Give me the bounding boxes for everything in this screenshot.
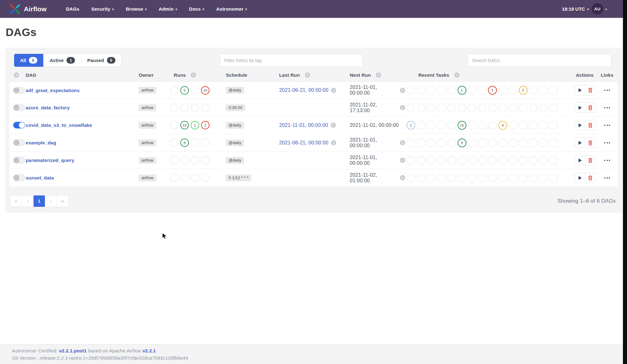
- dag-link[interactable]: covid_data_s3_to_snowflake: [26, 122, 92, 128]
- nav-item-browse[interactable]: Browse▾: [126, 6, 147, 12]
- info-icon[interactable]: i: [331, 122, 336, 128]
- recent-task-circle[interactable]: [468, 86, 476, 95]
- nav-item-docs[interactable]: Docs▾: [189, 6, 205, 12]
- recent-task-circle[interactable]: [447, 174, 456, 182]
- nav-item-astronomer[interactable]: Astronomer▾: [216, 6, 247, 12]
- dag-link[interactable]: paramaterized_query: [26, 158, 74, 163]
- recent-task-circle[interactable]: [478, 121, 487, 130]
- dag-pause-toggle[interactable]: [13, 174, 25, 181]
- trigger-dag-button[interactable]: [575, 86, 585, 95]
- recent-task-circle[interactable]: [437, 138, 446, 147]
- recent-task-circle[interactable]: 4: [498, 121, 507, 130]
- recent-task-circle[interactable]: [437, 156, 446, 165]
- run-state-circle[interactable]: [201, 156, 210, 164]
- search-input[interactable]: [468, 54, 611, 67]
- recent-task-circle[interactable]: [508, 86, 517, 95]
- run-state-circle[interactable]: [201, 138, 210, 147]
- timezone-dropdown[interactable]: 18:19 UTC ▾: [562, 6, 589, 12]
- last-run-link[interactable]: 2021-11-01, 00:00:00: [279, 122, 328, 128]
- info-icon[interactable]: i: [400, 88, 405, 93]
- run-state-circle[interactable]: 15: [180, 121, 189, 129]
- recent-task-circle[interactable]: [406, 138, 415, 147]
- tab-paused[interactable]: Paused5: [81, 54, 121, 67]
- last-page-button[interactable]: »: [57, 195, 68, 207]
- recent-task-circle[interactable]: [498, 86, 507, 95]
- dag-link[interactable]: sunset_data: [26, 175, 54, 180]
- tag-filter-input[interactable]: [220, 54, 363, 67]
- next-page-button[interactable]: ›: [45, 195, 57, 207]
- recent-task-circle[interactable]: [427, 174, 436, 182]
- recent-task-circle[interactable]: [417, 156, 426, 165]
- run-state-circle[interactable]: [191, 174, 199, 182]
- recent-task-circle[interactable]: [417, 121, 426, 130]
- run-state-circle[interactable]: 1: [191, 121, 199, 129]
- recent-task-circle[interactable]: 1: [488, 86, 497, 95]
- dag-link[interactable]: adf_great_expectations: [26, 88, 80, 93]
- info-icon[interactable]: i: [454, 72, 460, 78]
- recent-task-circle[interactable]: [468, 121, 476, 130]
- recent-task-circle[interactable]: [447, 138, 456, 147]
- recent-task-circle[interactable]: [447, 86, 456, 95]
- schedule-badge[interactable]: 0:30:00: [226, 104, 245, 111]
- run-state-circle[interactable]: [170, 86, 178, 95]
- run-state-circle[interactable]: [170, 103, 178, 112]
- recent-task-circle[interactable]: [417, 86, 426, 95]
- dag-links-button[interactable]: [603, 123, 611, 128]
- recent-task-circle[interactable]: [549, 156, 558, 165]
- trigger-dag-button[interactable]: [575, 155, 585, 165]
- recent-task-circle[interactable]: [519, 121, 528, 130]
- run-state-circle[interactable]: [170, 138, 178, 147]
- recent-task-circle[interactable]: [478, 156, 487, 165]
- recent-task-circle[interactable]: [529, 121, 538, 130]
- recent-task-circle[interactable]: [549, 86, 558, 95]
- recent-task-circle[interactable]: [417, 103, 426, 112]
- dag-links-button[interactable]: [603, 175, 611, 180]
- run-state-circle[interactable]: [191, 103, 199, 112]
- recent-task-circle[interactable]: [488, 174, 497, 182]
- run-state-circle[interactable]: [170, 156, 178, 164]
- recent-task-circle[interactable]: [458, 103, 466, 112]
- recent-task-circle[interactable]: [488, 103, 497, 112]
- recent-task-circle[interactable]: [519, 138, 528, 147]
- delete-dag-button[interactable]: [585, 155, 595, 165]
- schedule-badge[interactable]: @daily: [226, 139, 244, 146]
- schedule-badge[interactable]: 0 1/12 * * *: [226, 174, 251, 181]
- recent-task-circle[interactable]: 9: [458, 138, 466, 147]
- last-run-link[interactable]: 2021-06-21, 00:00:00: [279, 140, 328, 146]
- recent-task-circle[interactable]: [519, 103, 528, 112]
- first-page-button[interactable]: «: [10, 195, 22, 207]
- recent-task-circle[interactable]: [427, 86, 436, 95]
- run-state-circle[interactable]: [180, 103, 189, 112]
- recent-task-circle[interactable]: [539, 121, 548, 130]
- recent-task-circle[interactable]: [549, 174, 558, 182]
- run-state-circle[interactable]: [170, 174, 178, 182]
- recent-task-circle[interactable]: [508, 174, 517, 182]
- run-state-circle[interactable]: 5: [180, 86, 189, 95]
- dag-links-button[interactable]: [603, 105, 611, 110]
- recent-task-circle[interactable]: [427, 121, 436, 130]
- recent-task-circle[interactable]: 15: [458, 121, 466, 130]
- nav-item-dags[interactable]: DAGs: [66, 6, 79, 12]
- recent-task-circle[interactable]: [549, 138, 558, 147]
- recent-task-circle[interactable]: [549, 121, 558, 130]
- trigger-dag-button[interactable]: [575, 138, 585, 148]
- recent-task-circle[interactable]: [468, 174, 476, 182]
- recent-task-circle[interactable]: [529, 174, 538, 182]
- recent-task-circle[interactable]: [508, 103, 517, 112]
- recent-task-circle[interactable]: [447, 103, 456, 112]
- recent-task-circle[interactable]: [508, 138, 517, 147]
- recent-task-circle[interactable]: [529, 103, 538, 112]
- nav-item-security[interactable]: Security▾: [91, 6, 114, 12]
- info-icon[interactable]: i: [400, 140, 405, 145]
- recent-task-circle[interactable]: [478, 103, 487, 112]
- recent-task-circle[interactable]: [519, 156, 528, 165]
- run-state-circle[interactable]: 8: [180, 138, 189, 147]
- recent-task-circle[interactable]: 1: [458, 86, 466, 95]
- recent-task-circle[interactable]: [529, 138, 538, 147]
- prev-page-button[interactable]: ‹: [22, 195, 34, 207]
- recent-task-circle[interactable]: [406, 86, 415, 95]
- info-icon[interactable]: i: [400, 175, 405, 180]
- tab-active[interactable]: Active1: [44, 54, 81, 67]
- run-state-circle[interactable]: [201, 103, 210, 112]
- schedule-badge[interactable]: @daily: [226, 157, 244, 164]
